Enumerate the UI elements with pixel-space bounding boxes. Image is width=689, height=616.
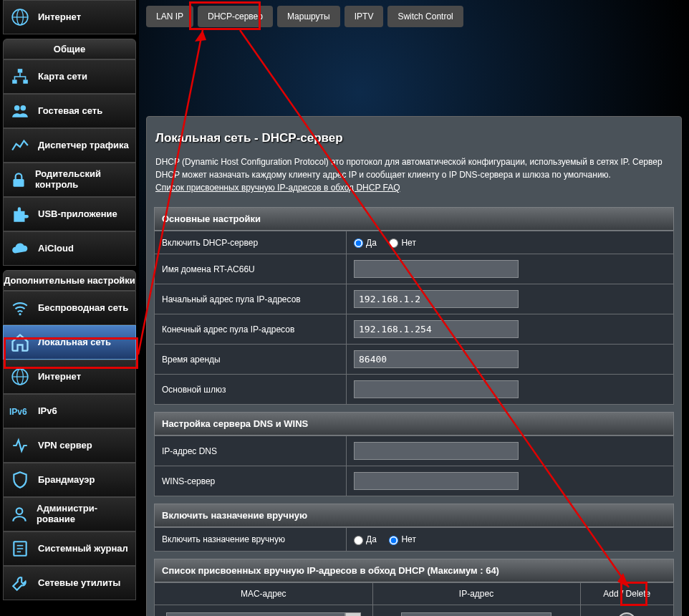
section-dns-title: Настройка сервера DNS и WINS [154, 412, 674, 435]
cloud-icon [9, 238, 31, 259]
lock-icon [9, 169, 28, 191]
lease-input[interactable] [354, 350, 519, 368]
col-mac: MAC-адрес [155, 582, 373, 605]
row-label: IP-адрес DNS [155, 436, 347, 466]
traffic-icon [9, 135, 31, 156]
row-label: Время аренды [155, 345, 347, 375]
sidebar-label: USB-приложение [38, 209, 117, 220]
sidebar-item-vpn[interactable]: VPN сервер [3, 428, 136, 463]
tab-routes[interactable]: Маршруты [277, 6, 340, 27]
pool-start-input[interactable] [354, 290, 519, 308]
pool-end-input[interactable] [354, 320, 519, 338]
sidebar-label: Родительский контроль [35, 169, 130, 191]
sidebar-label: Интернет [38, 12, 81, 23]
tab-dhcp[interactable]: DHCP-сервер [198, 6, 273, 27]
main-content: LAN IP DHCP-сервер Маршруты IPTV Switch … [139, 0, 689, 616]
domain-input[interactable] [354, 260, 519, 278]
network-map-icon [9, 66, 31, 87]
vpn-icon [9, 435, 31, 456]
sidebar-label: Интернет [38, 372, 81, 382]
wifi-icon [9, 297, 31, 319]
sidebar-label: Гостевая сеть [38, 106, 102, 117]
radio-yes[interactable] [354, 239, 363, 248]
faq-link[interactable]: Список присвоенных вручную IP-адресов в … [155, 183, 400, 193]
sidebar-item-traffic[interactable]: Диспетчер трафика [3, 128, 136, 163]
sidebar-label: Локальная сеть [38, 337, 111, 348]
sidebar-item-aicloud[interactable]: AiCloud [3, 231, 136, 266]
tab-lan-ip[interactable]: LAN IP [146, 6, 193, 27]
sidebar-label: Системный журнал [38, 544, 128, 554]
admin-icon [9, 504, 29, 525]
manual-enable-radio: Да Нет [354, 534, 426, 544]
home-icon [9, 332, 31, 353]
mac-input[interactable] [166, 612, 345, 616]
sidebar-label: Беспроводная сеть [38, 303, 128, 314]
tab-bar: LAN IP DHCP-сервер Маршруты IPTV Switch … [146, 0, 682, 37]
dropdown-button[interactable] [345, 612, 361, 616]
shield-icon [9, 469, 31, 491]
sidebar-item-ipv6[interactable]: IPv6 IPv6 [3, 394, 136, 428]
sidebar-item-syslog[interactable]: Системный журнал [3, 531, 136, 566]
sidebar-item-tools[interactable]: Сетевые утилиты [3, 566, 136, 600]
basic-settings-table: Включить DHCP-сервер Да Нет Имя домена R… [154, 231, 674, 405]
sidebar: Интернет Общие Карта сети Гостевая сеть … [0, 0, 139, 616]
dns-settings-table: IP-адрес DNS WINS-сервер [154, 435, 674, 496]
globe-icon [9, 366, 31, 388]
sidebar-item-wireless[interactable]: Беспроводная сеть [3, 291, 136, 325]
add-button[interactable] [617, 612, 636, 616]
section-list-title: Список присвоенных вручную IP-адресов в … [154, 559, 674, 582]
sidebar-item-guest-network[interactable]: Гостевая сеть [3, 94, 136, 128]
col-ip: IP-адрес [372, 582, 580, 605]
sidebar-item-network-map[interactable]: Карта сети [3, 59, 136, 94]
svg-rect-5 [23, 80, 28, 83]
mac-combo [166, 612, 361, 616]
sidebar-section-advanced: Дополнительные настройки [3, 270, 136, 291]
sidebar-item-parental[interactable]: Родительский контроль [3, 163, 136, 197]
svg-rect-8 [13, 179, 24, 187]
dns-input[interactable] [354, 442, 519, 460]
content-panel: Локальная сеть - DHCP-сервер DHCP (Dynam… [146, 116, 682, 616]
enable-dhcp-radio: Да Нет [354, 237, 426, 248]
sidebar-section-general: Общие [3, 39, 136, 59]
row-label: Включить назначение вручную [155, 528, 347, 551]
sidebar-label: IPv6 [38, 406, 57, 417]
svg-point-14 [16, 508, 23, 514]
guest-icon [9, 100, 31, 122]
sidebar-item-admin[interactable]: Администри-рование [3, 497, 136, 531]
page-description: DHCP (Dynamic Host Configuration Protoco… [154, 155, 674, 200]
sidebar-label: Брандмауэр [38, 475, 95, 486]
radio-no[interactable] [389, 239, 398, 248]
sidebar-item-internet-top[interactable]: Интернет [3, 0, 136, 34]
sidebar-label: Сетевые утилиты [38, 578, 120, 589]
page-title: Локальная сеть - DHCP-сервер [154, 124, 674, 155]
row-label: Включить DHCP-сервер [155, 231, 347, 254]
tools-icon [9, 572, 31, 594]
manual-settings-table: Включить назначение вручную Да Нет [154, 527, 674, 551]
tab-iptv[interactable]: IPTV [344, 6, 384, 27]
globe-icon [9, 6, 31, 28]
tab-switch[interactable]: Switch Control [387, 6, 463, 27]
sidebar-item-lan[interactable]: Локальная сеть [3, 325, 136, 360]
row-label: Конечный адрес пула IP-адресов [155, 314, 347, 345]
sidebar-label: Администри-рование [37, 504, 130, 525]
puzzle-icon [9, 203, 31, 225]
wins-input[interactable] [354, 472, 519, 490]
ipv6-icon: IPv6 [9, 400, 31, 422]
sidebar-label: Карта сети [38, 72, 87, 82]
sidebar-item-wan[interactable]: Интернет [3, 360, 136, 394]
radio-yes[interactable] [354, 536, 363, 545]
manual-ip-list: MAC-адрес IP-адрес Add / Delete [154, 582, 674, 616]
svg-rect-3 [18, 69, 23, 72]
col-action: Add / Delete [580, 582, 674, 605]
ip-input[interactable] [401, 612, 551, 616]
radio-no[interactable] [389, 536, 398, 545]
row-label: WINS-сервер [155, 466, 347, 496]
section-basic-title: Основные настройки [154, 207, 674, 231]
row-label: Основной шлюз [155, 375, 347, 405]
sidebar-item-firewall[interactable]: Брандмауэр [3, 463, 136, 497]
sidebar-label: VPN сервер [38, 441, 92, 451]
svg-point-9 [19, 313, 21, 315]
sidebar-label: Диспетчер трафика [38, 140, 129, 151]
gateway-input[interactable] [354, 380, 519, 398]
sidebar-item-usb[interactable]: USB-приложение [3, 197, 136, 231]
